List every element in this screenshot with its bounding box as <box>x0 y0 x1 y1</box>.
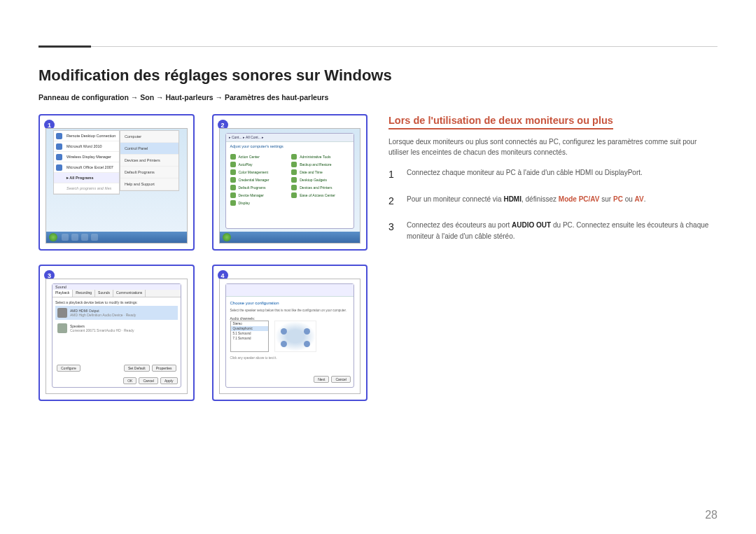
speaker-diagram <box>274 321 316 352</box>
taskbar-icon <box>62 234 69 241</box>
control-panel-item: Desktop Gadgets <box>290 176 351 183</box>
apply-button: Apply <box>160 377 178 384</box>
screenshot-1: 1 Remote Desktop ConnectionMicrosoft Wor… <box>38 114 195 251</box>
control-panel-item: Device Manager <box>229 192 290 199</box>
screenshot-4: 4 Choose your configuration Select the s… <box>212 265 368 401</box>
all-programs: ▸ All Programs <box>54 173 119 183</box>
sound-tabs: PlaybackRecordingSoundsCommunications <box>52 290 181 297</box>
cp-icon <box>230 185 236 190</box>
step-row: 1Connectez chaque moniteur au PC à l'aid… <box>388 167 718 183</box>
app-icon <box>56 154 62 160</box>
channel-option: Stereo <box>231 321 268 326</box>
control-panel-item: AutoPlay <box>229 161 290 168</box>
search-box: Search programs and files <box>54 183 119 194</box>
cp-icon <box>291 185 297 190</box>
speaker-setup-dialog: Choose your configuration Select the spe… <box>225 283 355 388</box>
click-hint: Click any speaker above to test it. <box>230 356 350 360</box>
control-panel-item: Default Programs <box>229 184 290 191</box>
channel-option: 7.1 Surround <box>231 336 268 341</box>
screenshot-3: 3 Sound PlaybackRecordingSoundsCommunica… <box>38 265 195 401</box>
properties-button: Properties <box>152 365 176 372</box>
cp-icon <box>230 177 236 183</box>
control-panel-item: Administrative Tools <box>290 153 351 160</box>
step-text: Pour un moniteur connecté via HDMI, défi… <box>407 194 646 209</box>
sound-dialog: Sound PlaybackRecordingSoundsCommunicati… <box>52 283 181 388</box>
taskbar <box>220 232 360 243</box>
start-side-item: Help and Support <box>120 178 178 190</box>
control-panel-window: ▸ Cont... ▸ All Cont... ▸ Adjust your co… <box>225 133 355 229</box>
control-panel-item: Credential Manager <box>229 176 290 183</box>
control-panel-item: Ease of Access Center <box>290 192 351 199</box>
control-panel-item: Date and Time <box>290 169 351 176</box>
start-orb-icon <box>49 233 57 241</box>
cancel-button: Cancel <box>139 377 158 384</box>
speaker-device-icon <box>57 323 67 333</box>
playback-device-row: Speakers Conexant 20671 SmartAudio HD · … <box>55 321 178 335</box>
step-number: 2 <box>388 194 397 209</box>
start-orb-icon <box>223 233 231 241</box>
wizard-title: Choose your configuration <box>230 301 350 305</box>
cp-icon <box>230 162 236 167</box>
dialog-title: Sound <box>52 284 181 290</box>
start-side-item: Computer <box>120 131 178 143</box>
control-panel-item: Action Center <box>229 153 290 160</box>
sound-hint: Select a playback device below to modify… <box>55 300 178 304</box>
step-number: 1 <box>388 167 397 183</box>
cp-icon <box>230 169 236 175</box>
taskbar-icon <box>91 234 98 241</box>
breadcrumb: Panneau de configuration → Son → Haut-pa… <box>38 93 718 101</box>
page-number: 28 <box>705 509 718 521</box>
control-panel-item: Display <box>229 199 290 206</box>
app-icon <box>56 164 62 171</box>
sound-tab: Playback <box>52 290 73 297</box>
sound-tab: Recording <box>73 290 95 297</box>
step-text: Connectez des écouteurs au port AUDIO OU… <box>407 220 718 241</box>
step-row: 3Connectez des écouteurs au port AUDIO O… <box>388 220 718 241</box>
page-title: Modification des réglages sonores sur Wi… <box>38 66 718 85</box>
cp-icon <box>230 200 236 206</box>
set-default-button: Set Default <box>124 365 150 372</box>
start-side-item: Default Programs <box>120 167 178 178</box>
taskbar-icon <box>71 234 78 241</box>
header-rule <box>91 46 718 47</box>
speaker-icon <box>304 328 310 335</box>
dialog-header <box>226 284 354 297</box>
device-sub: Conexant 20671 SmartAudio HD · Ready <box>70 328 134 332</box>
start-menu-item: Remote Desktop Connection <box>54 131 119 141</box>
configure-button: Configure <box>57 365 80 372</box>
sound-tab: Sounds <box>95 290 113 297</box>
step-text: Connectez chaque moniteur au PC à l'aide… <box>407 167 643 183</box>
cp-icon <box>291 162 297 167</box>
channel-option: 5.1 Surround <box>231 331 268 336</box>
channel-option: Quadraphonic <box>231 326 268 331</box>
header-accent <box>38 45 91 48</box>
cp-icon <box>291 169 297 175</box>
device-sub: AMD High Definition Audio Device · Ready <box>70 313 136 317</box>
cp-icon <box>291 154 297 160</box>
start-menu-item: Wireless Display Manager <box>54 152 119 162</box>
start-side-item: Devices and Printers <box>120 155 178 167</box>
control-panel-item: Color Management <box>229 169 290 176</box>
hdmi-device-icon <box>57 308 67 318</box>
start-menu: Remote Desktop ConnectionMicrosoft Word … <box>53 130 120 195</box>
cp-icon <box>230 192 236 198</box>
app-icon <box>56 133 62 139</box>
app-icon <box>56 143 62 150</box>
playback-device-row: AMD HDMI Output AMD High Definition Audi… <box>55 306 178 320</box>
sound-tab: Communications <box>113 290 146 297</box>
screenshot-2: 2 ▸ Cont... ▸ All Cont... ▸ Adjust your … <box>212 114 368 251</box>
start-side-item: Control Panel <box>120 143 178 155</box>
window-addressbar: ▸ Cont... ▸ All Cont... ▸ <box>226 134 354 142</box>
cp-icon <box>230 154 236 160</box>
cp-icon <box>291 192 297 198</box>
taskbar <box>46 232 187 243</box>
step-row: 2Pour un moniteur connecté via HDMI, déf… <box>388 194 718 209</box>
section-intro: Lorsque deux moniteurs ou plus sont conn… <box>388 136 718 157</box>
speaker-icon <box>281 328 287 335</box>
channels-listbox: StereoQuadraphonic5.1 Surround7.1 Surrou… <box>230 321 269 352</box>
ok-button: OK <box>123 377 136 384</box>
wizard-sub: Select the speaker setup below that is m… <box>230 309 350 312</box>
section-heading: Lors de l'utilisation de deux moniteurs … <box>388 115 613 129</box>
control-panel-item: Backup and Restore <box>290 161 351 168</box>
cp-icon <box>291 177 297 183</box>
